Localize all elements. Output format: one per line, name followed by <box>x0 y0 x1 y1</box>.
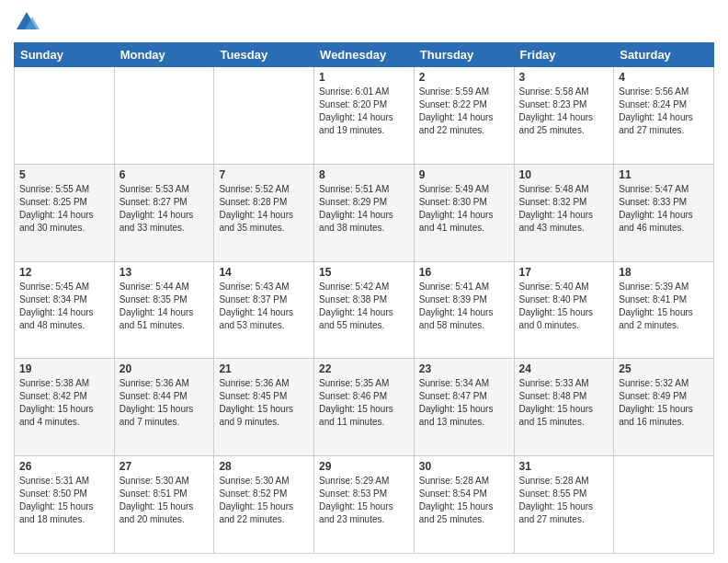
day-info: Sunrise: 5:39 AMSunset: 8:41 PMDaylight:… <box>619 281 709 332</box>
day-info: Sunrise: 5:42 AMSunset: 8:38 PMDaylight:… <box>319 281 409 332</box>
calendar-cell: 17Sunrise: 5:40 AMSunset: 8:40 PMDayligh… <box>514 261 614 359</box>
calendar-cell: 13Sunrise: 5:44 AMSunset: 8:35 PMDayligh… <box>114 261 214 359</box>
day-number: 25 <box>619 362 709 375</box>
calendar-week-row: 12Sunrise: 5:45 AMSunset: 8:34 PMDayligh… <box>15 261 714 359</box>
day-info: Sunrise: 5:44 AMSunset: 8:35 PMDaylight:… <box>119 281 210 332</box>
day-number: 12 <box>19 266 109 279</box>
day-info: Sunrise: 5:48 AMSunset: 8:32 PMDaylight:… <box>519 183 609 235</box>
calendar-cell: 28Sunrise: 5:30 AMSunset: 8:52 PMDayligh… <box>214 456 314 554</box>
day-info: Sunrise: 5:45 AMSunset: 8:34 PMDaylight:… <box>19 281 109 332</box>
day-info: Sunrise: 5:40 AMSunset: 8:40 PMDaylight:… <box>519 281 609 332</box>
calendar-cell: 5Sunrise: 5:55 AMSunset: 8:25 PMDaylight… <box>15 164 115 261</box>
weekday-header-friday: Friday <box>514 43 614 67</box>
day-info: Sunrise: 5:33 AMSunset: 8:48 PMDaylight:… <box>519 377 609 429</box>
calendar-cell <box>15 67 115 165</box>
calendar-cell: 8Sunrise: 5:51 AMSunset: 8:29 PMDaylight… <box>314 164 415 261</box>
calendar-cell <box>114 67 214 165</box>
day-number: 19 <box>19 362 109 375</box>
calendar-cell: 25Sunrise: 5:32 AMSunset: 8:49 PMDayligh… <box>614 359 714 456</box>
day-number: 30 <box>419 460 509 473</box>
day-number: 6 <box>119 168 210 181</box>
logo <box>14 9 43 35</box>
calendar-cell: 15Sunrise: 5:42 AMSunset: 8:38 PMDayligh… <box>314 261 415 359</box>
day-number: 18 <box>619 266 709 279</box>
calendar-cell: 20Sunrise: 5:36 AMSunset: 8:44 PMDayligh… <box>114 359 214 456</box>
day-info: Sunrise: 5:36 AMSunset: 8:45 PMDaylight:… <box>219 377 309 429</box>
weekday-header-monday: Monday <box>114 43 214 67</box>
calendar-cell: 23Sunrise: 5:34 AMSunset: 8:47 PMDayligh… <box>414 359 514 456</box>
page: SundayMondayTuesdayWednesdayThursdayFrid… <box>0 0 728 563</box>
calendar-cell <box>214 67 314 165</box>
calendar-table: SundayMondayTuesdayWednesdayThursdayFrid… <box>14 42 714 554</box>
day-number: 3 <box>519 71 609 84</box>
day-number: 29 <box>319 460 409 473</box>
calendar-cell <box>614 456 714 554</box>
day-number: 10 <box>519 168 609 181</box>
day-number: 13 <box>119 266 210 279</box>
day-number: 7 <box>219 168 309 181</box>
day-number: 23 <box>419 362 509 375</box>
day-info: Sunrise: 6:01 AMSunset: 8:20 PMDaylight:… <box>319 86 409 137</box>
calendar-cell: 3Sunrise: 5:58 AMSunset: 8:23 PMDaylight… <box>514 67 614 165</box>
day-number: 24 <box>519 362 609 375</box>
day-info: Sunrise: 5:30 AMSunset: 8:51 PMDaylight:… <box>119 475 210 526</box>
day-info: Sunrise: 5:52 AMSunset: 8:28 PMDaylight:… <box>219 183 309 235</box>
weekday-header-sunday: Sunday <box>15 43 115 67</box>
day-info: Sunrise: 5:58 AMSunset: 8:23 PMDaylight:… <box>519 86 609 137</box>
weekday-header-wednesday: Wednesday <box>314 43 415 67</box>
calendar-cell: 7Sunrise: 5:52 AMSunset: 8:28 PMDaylight… <box>214 164 314 261</box>
calendar-cell: 16Sunrise: 5:41 AMSunset: 8:39 PMDayligh… <box>414 261 514 359</box>
day-number: 11 <box>619 168 709 181</box>
calendar-cell: 4Sunrise: 5:56 AMSunset: 8:24 PMDaylight… <box>614 67 714 165</box>
day-number: 1 <box>319 71 409 84</box>
calendar-cell: 26Sunrise: 5:31 AMSunset: 8:50 PMDayligh… <box>15 456 115 554</box>
day-info: Sunrise: 5:53 AMSunset: 8:27 PMDaylight:… <box>119 183 210 235</box>
day-info: Sunrise: 5:28 AMSunset: 8:54 PMDaylight:… <box>419 475 509 526</box>
calendar-cell: 1Sunrise: 6:01 AMSunset: 8:20 PMDaylight… <box>314 67 415 165</box>
day-info: Sunrise: 5:49 AMSunset: 8:30 PMDaylight:… <box>419 183 509 235</box>
day-number: 28 <box>219 460 309 473</box>
day-info: Sunrise: 5:31 AMSunset: 8:50 PMDaylight:… <box>19 475 109 526</box>
day-info: Sunrise: 5:47 AMSunset: 8:33 PMDaylight:… <box>619 183 709 235</box>
day-info: Sunrise: 5:29 AMSunset: 8:53 PMDaylight:… <box>319 475 409 526</box>
calendar-cell: 18Sunrise: 5:39 AMSunset: 8:41 PMDayligh… <box>614 261 714 359</box>
calendar-cell: 24Sunrise: 5:33 AMSunset: 8:48 PMDayligh… <box>514 359 614 456</box>
calendar-week-row: 19Sunrise: 5:38 AMSunset: 8:42 PMDayligh… <box>15 359 714 456</box>
day-info: Sunrise: 5:59 AMSunset: 8:22 PMDaylight:… <box>419 86 509 137</box>
day-info: Sunrise: 5:32 AMSunset: 8:49 PMDaylight:… <box>619 377 709 429</box>
day-number: 4 <box>619 71 709 84</box>
calendar-cell: 29Sunrise: 5:29 AMSunset: 8:53 PMDayligh… <box>314 456 415 554</box>
day-info: Sunrise: 5:34 AMSunset: 8:47 PMDaylight:… <box>419 377 509 429</box>
day-number: 15 <box>319 266 409 279</box>
calendar-cell: 6Sunrise: 5:53 AMSunset: 8:27 PMDaylight… <box>114 164 214 261</box>
day-info: Sunrise: 5:30 AMSunset: 8:52 PMDaylight:… <box>219 475 309 526</box>
day-info: Sunrise: 5:36 AMSunset: 8:44 PMDaylight:… <box>119 377 210 429</box>
day-number: 27 <box>119 460 210 473</box>
calendar-cell: 14Sunrise: 5:43 AMSunset: 8:37 PMDayligh… <box>214 261 314 359</box>
calendar-week-row: 26Sunrise: 5:31 AMSunset: 8:50 PMDayligh… <box>15 456 714 554</box>
day-number: 9 <box>419 168 509 181</box>
day-number: 21 <box>219 362 309 375</box>
day-info: Sunrise: 5:51 AMSunset: 8:29 PMDaylight:… <box>319 183 409 235</box>
calendar-week-row: 5Sunrise: 5:55 AMSunset: 8:25 PMDaylight… <box>15 164 714 261</box>
calendar-cell: 10Sunrise: 5:48 AMSunset: 8:32 PMDayligh… <box>514 164 614 261</box>
day-number: 31 <box>519 460 609 473</box>
logo-icon <box>14 9 40 35</box>
calendar-cell: 19Sunrise: 5:38 AMSunset: 8:42 PMDayligh… <box>15 359 115 456</box>
day-info: Sunrise: 5:41 AMSunset: 8:39 PMDaylight:… <box>419 281 509 332</box>
calendar-cell: 21Sunrise: 5:36 AMSunset: 8:45 PMDayligh… <box>214 359 314 456</box>
header <box>14 9 714 35</box>
calendar-week-row: 1Sunrise: 6:01 AMSunset: 8:20 PMDaylight… <box>15 67 714 165</box>
day-number: 5 <box>19 168 109 181</box>
day-info: Sunrise: 5:56 AMSunset: 8:24 PMDaylight:… <box>619 86 709 137</box>
day-info: Sunrise: 5:35 AMSunset: 8:46 PMDaylight:… <box>319 377 409 429</box>
calendar-cell: 12Sunrise: 5:45 AMSunset: 8:34 PMDayligh… <box>15 261 115 359</box>
calendar-cell: 9Sunrise: 5:49 AMSunset: 8:30 PMDaylight… <box>414 164 514 261</box>
weekday-header-tuesday: Tuesday <box>214 43 314 67</box>
day-number: 26 <box>19 460 109 473</box>
weekday-header-saturday: Saturday <box>614 43 714 67</box>
day-number: 17 <box>519 266 609 279</box>
calendar-cell: 2Sunrise: 5:59 AMSunset: 8:22 PMDaylight… <box>414 67 514 165</box>
day-number: 16 <box>419 266 509 279</box>
day-number: 22 <box>319 362 409 375</box>
